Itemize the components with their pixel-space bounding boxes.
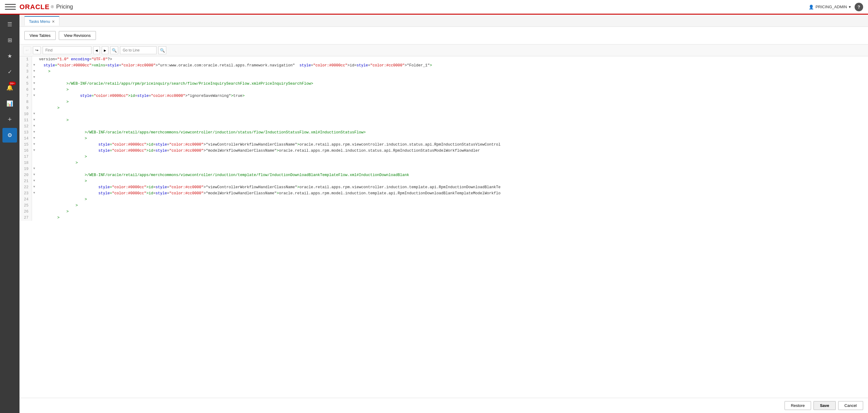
table-row: 22▼ style="color:#0000cc">id=style="colo… bbox=[20, 184, 868, 190]
table-row: 10▼ bbox=[20, 111, 868, 117]
table-row: 15▼ style="color:#0000cc">id=style="colo… bbox=[20, 141, 868, 148]
sidebar-item-menu[interactable]: ☰ bbox=[2, 17, 17, 32]
sidebar-item-favorites[interactable]: ★ bbox=[2, 49, 17, 63]
table-row: 4▼ bbox=[20, 75, 868, 81]
sidebar-item-grid[interactable]: ⊞ bbox=[2, 33, 17, 47]
star-icon: ★ bbox=[7, 53, 12, 59]
redo-button[interactable]: ↪ bbox=[33, 46, 41, 54]
content-area: Tasks Menu ✕ View Tables View Revisions … bbox=[20, 14, 868, 413]
save-button[interactable]: Save bbox=[813, 401, 835, 410]
find-prev-button[interactable]: ◀ bbox=[93, 46, 100, 54]
code-editor[interactable]: 1version="1.0" encoding="UTF-8"?>2▼ styl… bbox=[20, 56, 868, 398]
top-bar: ORACLE ® Pricing 👤 PRICING_ADMIN ▾ ? bbox=[0, 0, 868, 14]
oracle-logo: ORACLE bbox=[20, 3, 50, 11]
table-row: 25 > bbox=[20, 202, 868, 209]
view-tables-button[interactable]: View Tables bbox=[24, 31, 56, 40]
top-right-controls: 👤 PRICING_ADMIN ▾ ? bbox=[809, 3, 863, 11]
app-title: Pricing bbox=[56, 4, 73, 10]
app-title-separator: ® bbox=[51, 5, 54, 9]
user-profile-icon: 👤 bbox=[809, 5, 814, 9]
bottom-bar: Restore Save Cancel bbox=[20, 398, 868, 413]
hamburger-menu-icon[interactable] bbox=[5, 2, 16, 12]
gear-icon: ⚙ bbox=[7, 132, 12, 138]
table-row: 18 > bbox=[20, 160, 868, 166]
plus-icon: + bbox=[8, 116, 12, 123]
restore-button[interactable]: Restore bbox=[784, 401, 811, 410]
chart-icon: 📊 bbox=[6, 100, 13, 107]
table-row: 11▼ > bbox=[20, 117, 868, 123]
table-row: 9 > bbox=[20, 105, 868, 111]
table-row: 2▼ style="color:#0000cc">xmlns=style="co… bbox=[20, 62, 868, 68]
table-row: 8 > bbox=[20, 99, 868, 105]
toolbar: View Tables View Revisions bbox=[20, 27, 868, 44]
table-row: 20▼ >/WEB-INF/oracle/retail/apps/merchco… bbox=[20, 172, 868, 178]
username-label: PRICING_ADMIN bbox=[816, 5, 847, 9]
notification-badge: 99+ bbox=[9, 82, 16, 85]
table-row: 19▼ bbox=[20, 166, 868, 172]
tab-close-button[interactable]: ✕ bbox=[52, 20, 55, 24]
sidebar-item-notifications[interactable]: 🔔 99+ bbox=[2, 81, 17, 95]
main-layout: ☰ ⊞ ★ ✓ 🔔 99+ 📊 + ⚙ Tasks Menu bbox=[0, 14, 868, 413]
view-revisions-button[interactable]: View Revisions bbox=[59, 31, 96, 40]
search-button[interactable]: 🔍 bbox=[110, 46, 118, 54]
table-row: 7▼ style="color:#0000cc">id=style="color… bbox=[20, 93, 868, 99]
table-row: 5▼ >/WEB-INF/oracle/retail/apps/rpm/pric… bbox=[20, 81, 868, 87]
editor-toolbar: ↩ ↪ ◀ ▶ 🔍 🔍 bbox=[20, 44, 868, 56]
help-button[interactable]: ? bbox=[855, 3, 863, 11]
menu-icon: ☰ bbox=[7, 21, 12, 28]
table-row: 27 > bbox=[20, 215, 868, 221]
sidebar-item-analytics[interactable]: 📊 bbox=[2, 96, 17, 111]
editor-container: ↩ ↪ ◀ ▶ 🔍 🔍 1version="1.0" encoding="UTF… bbox=[20, 44, 868, 398]
tab-bar: Tasks Menu ✕ bbox=[20, 14, 868, 27]
table-row: 6▼ > bbox=[20, 87, 868, 93]
table-row: 16▼ style="color:#0000cc">id=style="colo… bbox=[20, 148, 868, 154]
tab-label: Tasks Menu bbox=[29, 19, 50, 24]
table-row: 3▼ > bbox=[20, 68, 868, 75]
sidebar: ☰ ⊞ ★ ✓ 🔔 99+ 📊 + ⚙ bbox=[0, 14, 20, 413]
table-row: 23▼ style="color:#0000cc">id=style="colo… bbox=[20, 190, 868, 196]
goto-line-input[interactable] bbox=[120, 46, 157, 54]
bell-icon: 🔔 bbox=[6, 84, 13, 91]
user-dropdown-arrow: ▾ bbox=[849, 5, 851, 9]
grid-icon: ⊞ bbox=[8, 37, 12, 43]
undo-button[interactable]: ↩ bbox=[23, 46, 31, 54]
table-row: 14▼ > bbox=[20, 135, 868, 141]
check-icon: ✓ bbox=[8, 68, 12, 75]
sidebar-item-add[interactable]: + bbox=[2, 112, 17, 127]
table-row: 12▼ bbox=[20, 123, 868, 129]
table-row: 21▼ > bbox=[20, 178, 868, 184]
code-table: 1version="1.0" encoding="UTF-8"?>2▼ styl… bbox=[20, 56, 868, 221]
cancel-button[interactable]: Cancel bbox=[838, 401, 863, 410]
table-row: 17 > bbox=[20, 154, 868, 160]
table-row: 26 > bbox=[20, 209, 868, 215]
tab-tasks-menu[interactable]: Tasks Menu ✕ bbox=[24, 16, 59, 26]
sidebar-item-settings[interactable]: ⚙ bbox=[2, 128, 17, 142]
goto-search-button[interactable]: 🔍 bbox=[158, 46, 166, 54]
user-menu[interactable]: 👤 PRICING_ADMIN ▾ bbox=[809, 5, 851, 9]
sidebar-item-tasks[interactable]: ✓ bbox=[2, 65, 17, 79]
find-input[interactable] bbox=[43, 46, 91, 54]
find-next-button[interactable]: ▶ bbox=[102, 46, 108, 54]
table-row: 13▼ >/WEB-INF/oracle/retail/apps/merchco… bbox=[20, 129, 868, 135]
oracle-brand-text: ORACLE bbox=[20, 3, 50, 11]
table-row: 24 > bbox=[20, 196, 868, 202]
table-row: 1version="1.0" encoding="UTF-8"?> bbox=[20, 56, 868, 62]
